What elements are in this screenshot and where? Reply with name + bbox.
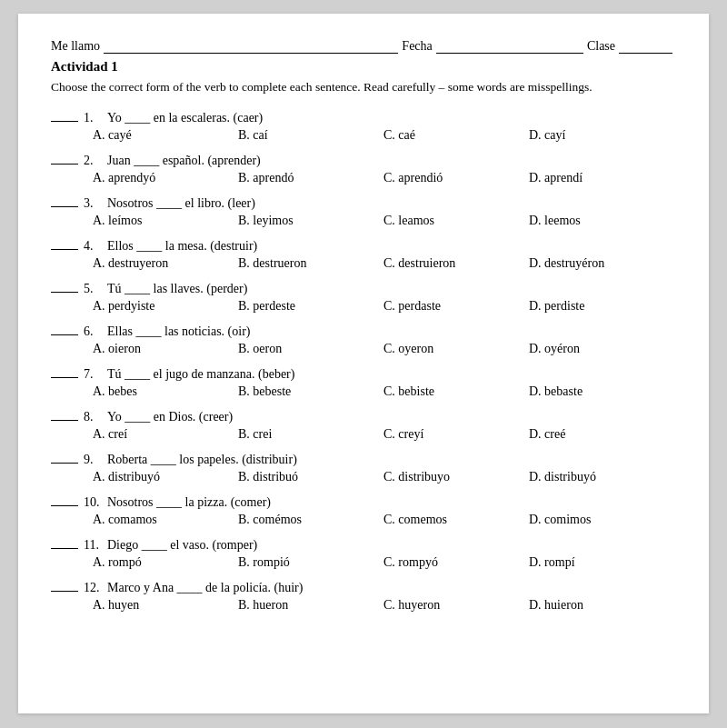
answer-option-2-1: B. aprendó: [238, 171, 383, 185]
answer-blank-1: [51, 109, 78, 122]
answer-option-2-0: A. aprendyó: [93, 171, 238, 185]
answer-option-1-2: C. caé: [383, 128, 529, 143]
answer-option-3-1: B. leyimos: [238, 214, 383, 228]
answer-option-4-0: A. destruyeron: [93, 256, 238, 271]
answer-blank-6: [51, 323, 78, 335]
answer-blank-4: [51, 237, 78, 250]
question-number-4: 4.: [84, 239, 104, 254]
worksheet-page: Me llamo Fecha Clase Actividad 1 Choose …: [18, 14, 709, 713]
answer-option-6-1: B. oeron: [238, 342, 383, 356]
question-number-1: 1.: [84, 111, 104, 125]
answers-row-7: A. bebesB. bebesteC. bebisteD. bebaste: [51, 384, 676, 399]
question-number-12: 12.: [84, 581, 104, 595]
question-text-12: Marco y Ana ____ de la policía. (huir): [107, 581, 303, 595]
question-number-10: 10.: [84, 495, 104, 510]
question-text-5: Tú ____ las llaves. (perder): [107, 282, 247, 296]
answer-blank-12: [51, 579, 78, 592]
answer-option-2-3: D. aprendí: [529, 171, 638, 185]
answer-option-3-3: D. leemos: [529, 214, 638, 228]
answer-option-12-0: A. huyen: [93, 598, 238, 613]
answer-option-6-3: D. oyéron: [529, 342, 638, 356]
answer-option-8-1: B. crei: [238, 427, 383, 442]
question-number-3: 3.: [84, 196, 104, 211]
answers-row-5: A. perdyisteB. perdesteC. perdasteD. per…: [51, 299, 676, 314]
question-block-2: 2.Juan ____ español. (aprender)A. aprend…: [51, 152, 676, 185]
question-text-9: Roberta ____ los papeles. (distribuir): [107, 453, 297, 467]
answer-option-10-1: B. comémos: [238, 513, 383, 527]
question-block-11: 11.Diego ____ el vaso. (romper)A. rompóB…: [51, 536, 676, 570]
answer-option-5-0: A. perdyiste: [93, 299, 238, 314]
question-text-6: Ellas ____ las noticias. (oir): [107, 324, 250, 339]
question-row-11: 11.Diego ____ el vaso. (romper): [51, 536, 676, 553]
answer-option-11-1: B. rompió: [238, 555, 383, 570]
answer-blank-5: [51, 280, 78, 293]
answer-option-9-1: B. distribuó: [238, 470, 383, 484]
clase-label: Clase: [587, 39, 615, 54]
question-block-4: 4.Ellos ____ la mesa. (destruir)A. destr…: [51, 237, 676, 271]
answers-row-6: A. oieronB. oeronC. oyeronD. oyéron: [51, 342, 676, 356]
question-block-3: 3.Nosotros ____ el libro. (leer)A. leímo…: [51, 194, 676, 228]
answer-option-9-0: A. distribuyó: [93, 470, 238, 484]
answer-option-12-1: B. hueron: [238, 598, 383, 613]
answer-option-8-3: D. creé: [529, 427, 638, 442]
question-row-6: 6.Ellas ____ las noticias. (oir): [51, 323, 676, 339]
question-number-2: 2.: [84, 154, 104, 168]
answer-blank-8: [51, 408, 78, 421]
answer-option-1-3: D. cayí: [529, 128, 638, 143]
answer-option-7-0: A. bebes: [93, 384, 238, 399]
answer-blank-9: [51, 451, 78, 464]
answer-blank-3: [51, 194, 78, 207]
answer-option-6-0: A. oieron: [93, 342, 238, 356]
question-number-8: 8.: [84, 410, 104, 424]
answer-option-9-3: D. distribuyó: [529, 470, 638, 484]
question-row-12: 12.Marco y Ana ____ de la policía. (huir…: [51, 579, 676, 595]
question-row-7: 7.Tú ____ el jugo de manzana. (beber): [51, 365, 676, 382]
me-llamo-label: Me llamo: [51, 39, 100, 54]
answer-option-11-2: C. rompyó: [383, 555, 529, 570]
answers-row-11: A. rompóB. rompióC. rompyóD. rompí: [51, 555, 676, 570]
answer-option-7-1: B. bebeste: [238, 384, 383, 399]
answers-row-8: A. creíB. creiC. creyíD. creé: [51, 427, 676, 442]
activity-title: Actividad 1: [51, 59, 676, 75]
question-block-7: 7.Tú ____ el jugo de manzana. (beber)A. …: [51, 365, 676, 399]
answer-blank-11: [51, 536, 78, 549]
question-text-2: Juan ____ español. (aprender): [107, 154, 261, 168]
question-row-3: 3.Nosotros ____ el libro. (leer): [51, 194, 676, 211]
answer-option-5-3: D. perdiste: [529, 299, 638, 314]
question-block-9: 9.Roberta ____ los papeles. (distribuir)…: [51, 451, 676, 484]
answers-row-4: A. destruyeronB. destrueronC. destruiero…: [51, 256, 676, 271]
answer-option-5-2: C. perdaste: [383, 299, 529, 314]
question-row-8: 8.Yo ____ en Dios. (creer): [51, 408, 676, 424]
answer-blank-2: [51, 152, 78, 165]
answer-option-10-2: C. comemos: [383, 513, 529, 527]
question-number-5: 5.: [84, 282, 104, 296]
answer-option-3-2: C. leamos: [383, 214, 529, 228]
answer-option-6-2: C. oyeron: [383, 342, 529, 356]
answer-option-11-3: D. rompí: [529, 555, 638, 570]
question-block-12: 12.Marco y Ana ____ de la policía. (huir…: [51, 579, 676, 613]
fecha-blank: [436, 39, 583, 54]
question-row-1: 1.Yo ____ en la escaleras. (caer): [51, 109, 676, 125]
questions-container: 1.Yo ____ en la escaleras. (caer)A. cayé…: [51, 109, 676, 613]
question-text-8: Yo ____ en Dios. (creer): [107, 410, 233, 424]
answer-option-11-0: A. rompó: [93, 555, 238, 570]
answer-option-2-2: C. aprendió: [383, 171, 529, 185]
answer-option-10-3: D. comimos: [529, 513, 638, 527]
answer-option-4-3: D. destruyéron: [529, 256, 638, 271]
me-llamo-blank: [104, 39, 398, 54]
answer-option-12-3: D. huieron: [529, 598, 638, 613]
question-number-6: 6.: [84, 324, 104, 339]
answer-option-8-0: A. creí: [93, 427, 238, 442]
question-text-1: Yo ____ en la escaleras. (caer): [107, 111, 263, 125]
clase-blank: [619, 39, 672, 54]
answer-option-8-2: C. creyí: [383, 427, 529, 442]
question-block-6: 6.Ellas ____ las noticias. (oir)A. oiero…: [51, 323, 676, 356]
answer-option-4-1: B. destrueron: [238, 256, 383, 271]
question-text-10: Nosotros ____ la pizza. (comer): [107, 495, 271, 510]
instructions-text: Choose the correct form of the verb to c…: [51, 78, 676, 96]
question-row-5: 5.Tú ____ las llaves. (perder): [51, 280, 676, 296]
question-block-1: 1.Yo ____ en la escaleras. (caer)A. cayé…: [51, 109, 676, 143]
answer-option-4-2: C. destruieron: [383, 256, 529, 271]
question-text-11: Diego ____ el vaso. (romper): [107, 538, 257, 553]
question-text-3: Nosotros ____ el libro. (leer): [107, 196, 255, 211]
